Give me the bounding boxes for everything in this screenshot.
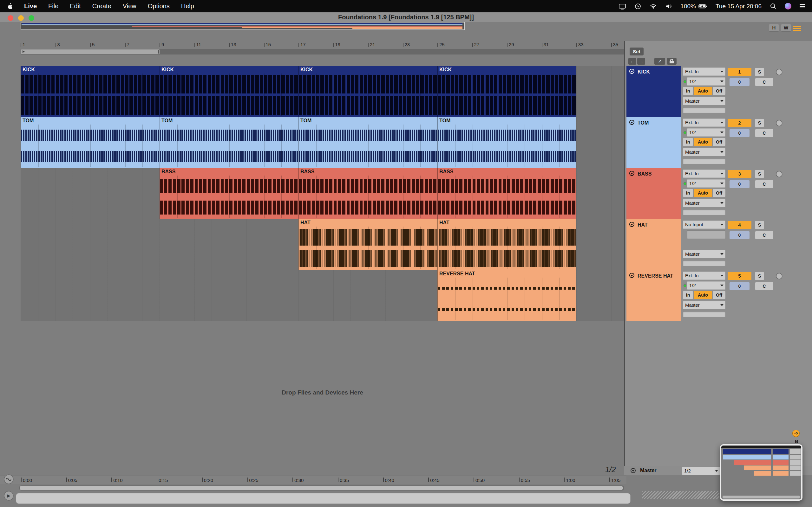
volume-field[interactable]: 0 xyxy=(729,231,750,239)
track-header-bass[interactable]: BASS xyxy=(626,168,681,219)
arm-button[interactable] xyxy=(776,171,782,177)
clip-kick-bar25[interactable]: KICK xyxy=(438,66,576,117)
menu-help[interactable]: Help xyxy=(181,3,194,10)
arrangement-overview[interactable] xyxy=(20,22,465,30)
track-header-tom[interactable]: TOM xyxy=(626,117,681,168)
beat-time-ruler[interactable]: 1357911131517192123252729313335 xyxy=(20,41,625,49)
horizontal-zoom-bar[interactable] xyxy=(16,493,630,504)
volume-field[interactable]: 0 xyxy=(729,78,750,86)
track-fold-icon[interactable] xyxy=(629,69,635,74)
bottom-scroll-handle[interactable] xyxy=(20,486,623,490)
clip-hat-bar25[interactable]: HAT xyxy=(438,219,576,270)
spotlight-search-icon[interactable] xyxy=(770,3,776,9)
clip-bass-bar17[interactable]: BASS xyxy=(299,168,438,219)
track-header-reverse-hat[interactable]: REVERSE HAT xyxy=(626,270,681,321)
time-ruler[interactable]: 0:000:050:100:150:200:250:300:350:400:45… xyxy=(0,475,626,484)
clip-kick-bar9[interactable]: KICK xyxy=(159,66,299,117)
output-select[interactable]: Master xyxy=(683,148,725,156)
monitor-in-button[interactable]: In xyxy=(683,138,693,146)
follow-button[interactable] xyxy=(4,474,14,484)
optimize-height-button[interactable]: H xyxy=(769,24,779,32)
track-activator-button[interactable]: 5 xyxy=(728,272,751,280)
track-activator-button[interactable]: 4 xyxy=(728,221,751,229)
arm-button[interactable] xyxy=(776,120,782,126)
time-machine-icon[interactable] xyxy=(635,3,641,10)
track-lane-bass[interactable]: BASSBASSBASS xyxy=(20,168,624,219)
clip-bass-bar25[interactable]: BASS xyxy=(438,168,576,219)
pan-field[interactable]: C xyxy=(755,282,773,290)
clip-reverse-hat-bar25[interactable]: REVERSE HAT xyxy=(438,270,576,321)
track-lane-reverse-hat[interactable]: REVERSE HAT xyxy=(20,270,624,321)
menu-live[interactable]: Live xyxy=(24,3,37,10)
io-toggle-icon[interactable]: -o xyxy=(792,430,800,437)
nudge-right-button[interactable]: → xyxy=(637,58,645,65)
pan-field[interactable]: C xyxy=(755,180,773,188)
monitor-auto-button[interactable]: Auto xyxy=(694,138,712,146)
clip-tom-bar25[interactable]: TOM xyxy=(438,117,576,168)
panel-resize-grip[interactable] xyxy=(642,491,719,499)
monitor-off-button[interactable]: Off xyxy=(713,138,725,146)
input-select[interactable]: Ext. In xyxy=(683,272,725,280)
pan-field[interactable]: C xyxy=(755,78,773,86)
monitor-auto-button[interactable]: Auto xyxy=(694,87,712,95)
monitor-off-button[interactable]: Off xyxy=(713,189,725,197)
arrangement-timeline[interactable]: KICKKICKKICKKICKTOMTOMTOMTOMBASSBASSBASS… xyxy=(20,66,624,321)
track-header-hat[interactable]: HAT xyxy=(626,219,681,270)
track-lane-tom[interactable]: TOMTOMTOMTOM xyxy=(20,117,624,168)
solo-button[interactable]: S xyxy=(755,119,764,127)
solo-button[interactable]: S xyxy=(755,221,764,229)
play-button[interactable]: ▶ xyxy=(4,491,14,501)
arm-button[interactable] xyxy=(776,273,782,279)
track-fold-icon[interactable] xyxy=(629,273,635,278)
track-fold-icon[interactable] xyxy=(629,171,635,176)
track-lane-hat[interactable]: HATHAT xyxy=(20,219,624,270)
monitor-in-button[interactable]: In xyxy=(683,189,693,197)
volume-field[interactable]: 0 xyxy=(729,129,750,137)
volume-field[interactable]: 0 xyxy=(729,180,750,188)
timeline-scrollbar-top[interactable] xyxy=(20,49,624,55)
clip-kick-bar17[interactable]: KICK xyxy=(299,66,438,117)
channel-select[interactable]: 1/2 xyxy=(687,128,725,136)
output-select[interactable]: Master xyxy=(683,250,725,258)
solo-button[interactable]: S xyxy=(755,272,764,280)
output-select[interactable]: Master xyxy=(683,97,725,105)
clip-kick-bar1[interactable]: KICK xyxy=(20,66,159,117)
wifi-icon[interactable] xyxy=(650,3,657,9)
monitor-auto-button[interactable]: Auto xyxy=(694,189,712,197)
apple-menu-icon[interactable] xyxy=(7,3,13,9)
menu-create[interactable]: Create xyxy=(92,3,111,10)
master-grid-select[interactable]: 1/2 xyxy=(682,467,720,475)
volume-field[interactable]: 0 xyxy=(729,282,750,290)
optimize-width-button[interactable]: W xyxy=(781,24,791,32)
pan-field[interactable]: C xyxy=(755,231,773,239)
arm-button[interactable] xyxy=(776,69,782,75)
menu-edit[interactable]: Edit xyxy=(70,3,81,10)
track-header-kick[interactable]: KICK xyxy=(626,66,681,117)
expand-button[interactable]: ↗ xyxy=(654,58,665,65)
track-fold-icon[interactable] xyxy=(629,120,635,125)
input-select[interactable]: Ext. In xyxy=(683,170,725,178)
input-select[interactable]: Ext. In xyxy=(683,118,725,127)
master-fold-icon[interactable] xyxy=(630,468,636,473)
clip-bass-bar9[interactable]: BASS xyxy=(159,168,299,219)
timeline-scrollbar-bottom[interactable] xyxy=(19,486,624,491)
battery-indicator[interactable]: 100% xyxy=(680,3,707,10)
pan-field[interactable]: C xyxy=(755,129,773,137)
output-select[interactable]: Master xyxy=(683,199,725,207)
screenshot-thumbnail[interactable] xyxy=(720,444,803,501)
menu-clock[interactable]: Tue 15 Apr 20:06 xyxy=(716,3,762,10)
browser-toggle-button[interactable]: B xyxy=(795,439,798,444)
hamburger-icon[interactable] xyxy=(793,25,801,32)
track-lane-kick[interactable]: KICKKICKKICKKICK xyxy=(20,66,624,117)
control-center-icon[interactable] xyxy=(800,3,805,9)
input-select[interactable]: Ext. In xyxy=(683,67,725,76)
input-select[interactable]: No Input xyxy=(683,221,725,229)
set-button[interactable]: Set xyxy=(629,48,644,55)
clip-tom-bar9[interactable]: TOM xyxy=(159,117,299,168)
monitor-in-button[interactable]: In xyxy=(683,87,693,95)
siri-icon[interactable] xyxy=(785,3,792,9)
monitor-auto-button[interactable]: Auto xyxy=(694,291,712,299)
clip-tom-bar17[interactable]: TOM xyxy=(299,117,438,168)
nudge-left-button[interactable]: ← xyxy=(628,58,636,65)
channel-select[interactable]: 1/2 xyxy=(687,281,725,290)
